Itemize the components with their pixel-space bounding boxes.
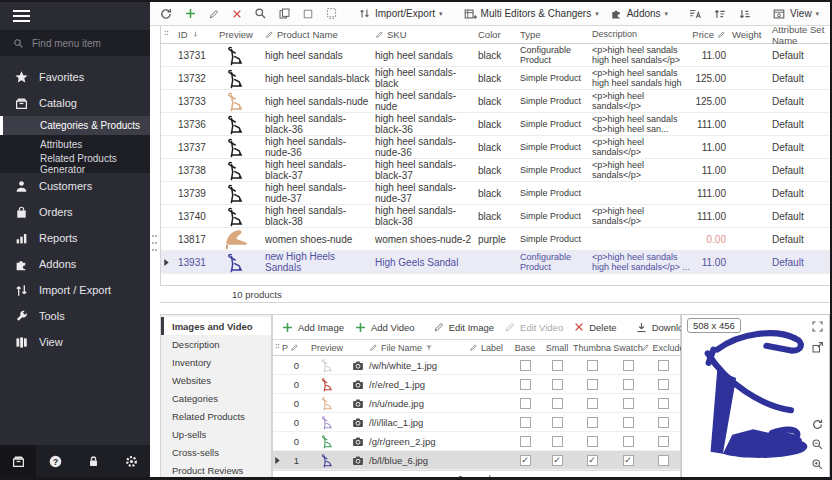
swatch-checkbox[interactable] [623, 398, 634, 409]
panel-splitter-handle[interactable] [470, 305, 496, 311]
swatch-checkbox[interactable] [623, 417, 634, 428]
move-down-button[interactable] [735, 5, 755, 23]
image-row[interactable]: 0/n/u/nude.jpg [273, 394, 680, 413]
product-row[interactable]: 13740high heel sandals-black-38high heel… [161, 205, 830, 228]
image-row[interactable]: 0/l/i/lilac_1.jpg [273, 413, 680, 432]
images-grid-header[interactable]: P Preview File Name Label Base Small Thu… [273, 340, 680, 356]
small-checkbox[interactable] [552, 436, 563, 447]
rotate-button[interactable] [811, 418, 824, 431]
exclude-checkbox[interactable] [658, 398, 669, 409]
thumbnail-checkbox[interactable] [587, 417, 598, 428]
help-button[interactable]: ? [36, 454, 74, 469]
image-row[interactable]: 0/w/h/white_1.jpg [273, 356, 680, 375]
base-checkbox[interactable] [520, 455, 531, 466]
base-checkbox[interactable] [520, 436, 531, 447]
sidebar-splitter-handle[interactable] [151, 230, 158, 256]
thumbnail-checkbox[interactable] [587, 436, 598, 447]
tab-images-and-video[interactable]: Images and Video [161, 317, 271, 335]
product-row[interactable]: 13732high heel sandals-blackhigh heel sa… [161, 67, 830, 90]
thumbnail-checkbox[interactable] [587, 360, 598, 371]
sidebar-item-favorites[interactable]: Favorites [0, 64, 150, 90]
product-row[interactable]: 13739high heel sandals-nude-37high heel … [161, 182, 830, 205]
sidebar-item-customers[interactable]: Customers [0, 173, 150, 199]
sidebar-item-reports[interactable]: Reports [0, 225, 150, 251]
clear-selection-button[interactable] [299, 6, 317, 22]
swatch-checkbox[interactable] [623, 360, 634, 371]
sidebar-item-tools[interactable]: Tools [0, 303, 150, 329]
sidebar-item-view[interactable]: View [0, 329, 150, 355]
edit-image-button[interactable]: Edit Image [430, 319, 497, 335]
refresh-button[interactable] [156, 5, 176, 23]
small-checkbox[interactable] [552, 398, 563, 409]
swatch-checkbox[interactable] [623, 436, 634, 447]
exclude-checkbox[interactable] [658, 360, 669, 371]
tab-cross-sells[interactable]: Cross-sells [161, 443, 271, 461]
tab-related-products[interactable]: Related Products [161, 407, 271, 425]
tab-categories[interactable]: Categories [161, 389, 271, 407]
add-product-button[interactable] [181, 5, 200, 22]
sort-az-button[interactable] [685, 5, 705, 23]
addons-menu[interactable]: Addons▾ [607, 5, 671, 22]
menu-toggle-button[interactable] [0, 2, 150, 30]
tab-up-sells[interactable]: Up-sells [161, 425, 271, 443]
products-grid-header[interactable]: ID Preview Product Name SKU Color Type D… [161, 26, 830, 44]
small-checkbox[interactable] [552, 360, 563, 371]
sidebar-item-attributes[interactable]: Attributes [0, 135, 150, 154]
paste-special-button[interactable] [322, 5, 341, 22]
tab-product-reviews[interactable]: Product Reviews [161, 461, 271, 479]
add-image-button[interactable]: Add Image [278, 319, 347, 336]
lock-button[interactable] [74, 454, 112, 469]
sidebar-search[interactable]: Find menu item [0, 30, 150, 56]
sidebar-item-categories-products[interactable]: Categories & Products [0, 116, 150, 135]
swatch-checkbox[interactable] [623, 379, 634, 390]
exclude-checkbox[interactable] [658, 417, 669, 428]
product-row[interactable]: 13737high heel sandals-nude-36high heel … [161, 136, 830, 159]
zoom-in-button[interactable] [811, 458, 824, 471]
base-checkbox[interactable] [520, 360, 531, 371]
exclude-checkbox[interactable] [658, 379, 669, 390]
thumbnail-checkbox[interactable] [587, 398, 598, 409]
exclude-checkbox[interactable] [658, 436, 669, 447]
tab-websites[interactable]: Websites [161, 371, 271, 389]
sidebar-item-catalog[interactable]: Catalog [0, 90, 150, 116]
fullscreen-button[interactable] [811, 320, 824, 333]
image-row[interactable]: 0/g/r/green_2.jpg [273, 432, 680, 451]
open-external-button[interactable] [811, 341, 824, 354]
thumbnail-checkbox[interactable] [587, 455, 598, 466]
small-checkbox[interactable] [552, 455, 563, 466]
import-export-menu[interactable]: Import/Export▾ [355, 5, 446, 22]
sidebar-item-addons[interactable]: Addons [0, 251, 150, 277]
thumbnail-checkbox[interactable] [587, 379, 598, 390]
delete-product-button[interactable] [228, 6, 246, 22]
search-button[interactable] [251, 5, 270, 22]
add-video-button[interactable]: Add Video [351, 319, 418, 336]
delete-button[interactable]: Delete [570, 319, 619, 335]
product-row[interactable]: 13731high heel sandalshigh heel sandalsb… [161, 44, 830, 67]
base-checkbox[interactable] [520, 379, 531, 390]
small-checkbox[interactable] [552, 379, 563, 390]
view-menu[interactable]: View▾ [769, 5, 822, 23]
product-row[interactable]: 13931new High Heels SandalsHigh Geels Sa… [161, 251, 830, 274]
sidebar-item-orders[interactable]: Orders [0, 199, 150, 225]
sidebar-item-import-export[interactable]: Import / Export [0, 277, 150, 303]
image-row[interactable]: 1/b/l/blue_6.jpg [273, 451, 680, 470]
product-row[interactable]: 13738high heel sandals-black-37high heel… [161, 159, 830, 182]
sidebar-item-related-products-generator[interactable]: Related Products Generator [0, 154, 150, 173]
base-checkbox[interactable] [520, 417, 531, 428]
gear-button[interactable] [112, 454, 150, 469]
move-up-button[interactable] [710, 5, 730, 23]
zoom-out-button[interactable] [811, 438, 824, 451]
base-checkbox[interactable] [520, 398, 531, 409]
product-row[interactable]: 13733high heel sandals-nudehigh heel san… [161, 90, 830, 113]
copy-button[interactable] [275, 5, 294, 22]
small-checkbox[interactable] [552, 417, 563, 428]
image-row[interactable]: 0/r/e/red_1.jpg [273, 375, 680, 394]
store-button[interactable] [0, 445, 36, 477]
tab-inventory[interactable]: Inventory [161, 353, 271, 371]
product-row[interactable]: 13736high heel sandals-black-36high heel… [161, 113, 830, 136]
swatch-checkbox[interactable] [623, 455, 634, 466]
exclude-checkbox[interactable] [658, 455, 669, 466]
tab-description[interactable]: Description [161, 335, 271, 353]
product-row[interactable]: 13817women shoes-nudewomen shoes-nude-2p… [161, 228, 830, 251]
edit-product-button[interactable] [205, 6, 223, 22]
